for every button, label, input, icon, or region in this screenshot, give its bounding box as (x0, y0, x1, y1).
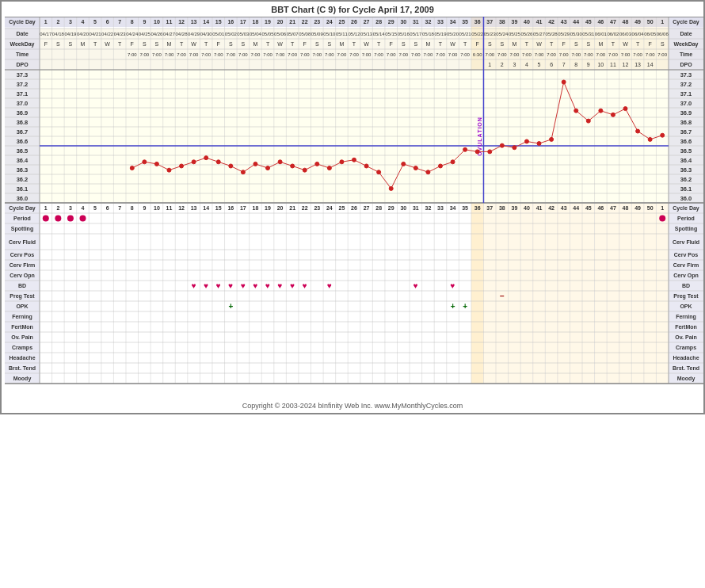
svg-text:13: 13 (191, 205, 197, 211)
svg-text:S: S (414, 41, 418, 47)
svg-text:♥: ♥ (241, 281, 246, 290)
svg-text:29: 29 (388, 19, 394, 25)
svg-text:7: 7 (118, 205, 121, 211)
svg-text:10: 10 (154, 205, 160, 211)
svg-text:37.1: 37.1 (680, 90, 692, 97)
svg-text:1: 1 (44, 205, 48, 211)
svg-text:18: 18 (253, 19, 259, 25)
svg-text:04/17: 04/17 (40, 32, 52, 36)
svg-text:7:00: 7:00 (387, 52, 396, 57)
svg-text:04/28: 04/28 (176, 32, 189, 36)
svg-point-423 (204, 156, 208, 160)
svg-text:2: 2 (501, 62, 504, 67)
svg-point-445 (475, 150, 479, 154)
svg-text:14: 14 (203, 205, 209, 211)
svg-text:28: 28 (375, 19, 382, 25)
svg-text:♥: ♥ (265, 281, 270, 290)
svg-text:05/23: 05/23 (484, 32, 497, 36)
svg-text:05/19: 05/19 (434, 32, 447, 36)
svg-text:05/01: 05/01 (212, 32, 225, 36)
svg-text:39: 39 (511, 205, 517, 211)
svg-text:S: S (661, 41, 665, 47)
svg-point-457 (623, 107, 627, 111)
svg-text:7:00: 7:00 (139, 52, 149, 57)
svg-text:05/30: 05/30 (570, 32, 583, 36)
svg-text:8: 8 (131, 19, 134, 25)
svg-point-447 (500, 143, 504, 147)
svg-text:S: S (402, 41, 406, 47)
svg-text:05/12: 05/12 (348, 32, 360, 36)
svg-point-460 (661, 133, 665, 137)
svg-text:S: S (56, 41, 60, 47)
svg-text:06/01: 06/01 (595, 32, 608, 36)
svg-text:W: W (364, 41, 369, 47)
svg-text:T: T (266, 41, 270, 47)
svg-text:17: 17 (240, 205, 246, 211)
svg-text:S: S (586, 41, 590, 47)
svg-text:13: 13 (634, 62, 641, 67)
svg-text:FertMon: FertMon (675, 324, 697, 330)
svg-text:7:00: 7:00 (337, 52, 347, 57)
svg-point-548 (67, 216, 74, 222)
svg-text:5: 5 (538, 62, 541, 67)
svg-text:7:00: 7:00 (460, 52, 470, 57)
svg-text:28: 28 (375, 205, 382, 211)
svg-text:7:00: 7:00 (374, 52, 383, 57)
svg-text:7:00: 7:00 (288, 52, 297, 57)
svg-text:7:00: 7:00 (325, 52, 334, 57)
svg-text:29: 29 (388, 205, 394, 211)
svg-text:S: S (69, 41, 73, 47)
svg-text:38: 38 (499, 205, 505, 211)
svg-text:7:00: 7:00 (362, 52, 372, 57)
svg-text:3: 3 (513, 62, 516, 67)
svg-text:9: 9 (587, 62, 590, 67)
svg-text:7:00: 7:00 (128, 52, 137, 57)
svg-text:Moody: Moody (13, 376, 32, 382)
svg-point-441 (426, 170, 430, 174)
svg-text:36.5: 36.5 (680, 147, 692, 155)
svg-point-431 (303, 168, 307, 172)
svg-text:15: 15 (215, 19, 222, 25)
svg-point-546 (43, 216, 49, 222)
svg-text:36.7: 36.7 (680, 128, 692, 136)
svg-text:Cerv Firm: Cerv Firm (10, 262, 36, 268)
svg-text:49: 49 (634, 19, 641, 25)
svg-text:05/24: 05/24 (496, 32, 509, 36)
svg-text:11: 11 (166, 19, 173, 25)
svg-point-446 (488, 150, 492, 154)
svg-point-429 (278, 160, 282, 164)
svg-text:12: 12 (178, 205, 185, 211)
svg-text:T: T (352, 41, 356, 47)
svg-text:14: 14 (203, 19, 209, 25)
svg-text:16: 16 (227, 205, 234, 211)
svg-text:T: T (93, 41, 97, 47)
svg-text:8: 8 (131, 205, 134, 211)
svg-text:7:00: 7:00 (510, 52, 520, 57)
svg-text:06/04: 06/04 (632, 32, 645, 36)
svg-text:13: 13 (191, 19, 197, 25)
svg-text:43: 43 (561, 205, 567, 211)
svg-text:S: S (500, 41, 504, 47)
svg-text:7:00: 7:00 (522, 52, 532, 57)
svg-text:6:30: 6:30 (473, 52, 482, 57)
svg-text:40: 40 (524, 205, 530, 211)
svg-text:DPO: DPO (680, 62, 692, 67)
svg-text:7:00: 7:00 (398, 52, 408, 57)
svg-text:2: 2 (56, 205, 59, 211)
svg-text:04/29: 04/29 (188, 32, 200, 36)
svg-text:12: 12 (178, 19, 185, 25)
svg-text:1: 1 (661, 19, 664, 25)
svg-text:05/25: 05/25 (509, 32, 521, 36)
svg-text:7:00: 7:00 (226, 52, 235, 57)
svg-text:7: 7 (562, 62, 566, 67)
svg-text:W: W (105, 41, 110, 47)
svg-text:Ferning: Ferning (12, 314, 32, 320)
svg-text:W: W (191, 41, 196, 47)
svg-text:44: 44 (573, 19, 579, 25)
svg-text:05/09: 05/09 (311, 32, 324, 36)
svg-text:♥: ♥ (278, 281, 283, 290)
svg-text:25: 25 (339, 205, 345, 211)
svg-text:7:00: 7:00 (608, 52, 618, 57)
svg-text:♥: ♥ (192, 281, 196, 290)
svg-text:♥: ♥ (216, 281, 221, 290)
